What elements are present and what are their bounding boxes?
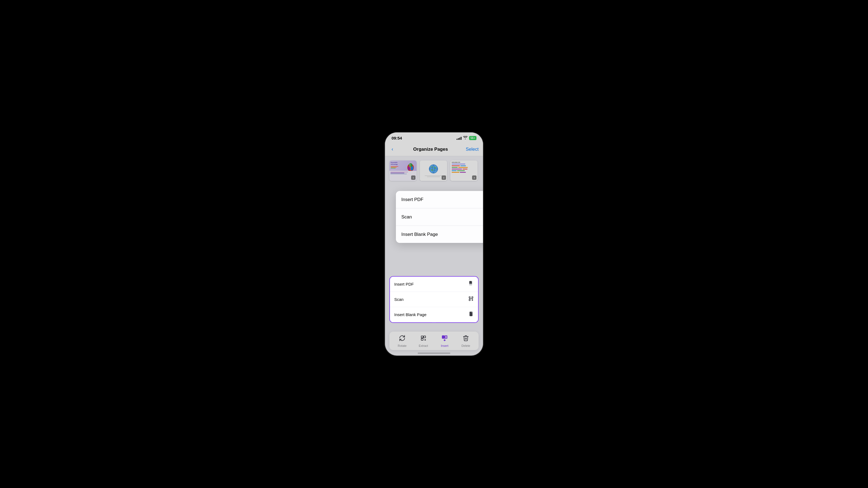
- svg-rect-23: [469, 297, 470, 298]
- popup-insert-pdf-label: Insert PDF: [394, 282, 414, 286]
- popup-insert-blank-label: Insert Blank Page: [394, 312, 426, 317]
- dropdown-insert-blank-large-label: Insert Blank Page: [401, 232, 438, 237]
- popup-scan[interactable]: Scan: [390, 292, 478, 307]
- dropdown-insert-pdf-large-label: Insert PDF: [401, 197, 424, 202]
- popup-insert-pdf[interactable]: Insert PDF: [390, 276, 478, 292]
- popup-scan-icon: [468, 296, 474, 303]
- popup-insert-pdf-icon: [468, 281, 474, 288]
- popup-arrow-inner: [432, 322, 436, 323]
- dropdown-scan-large[interactable]: Scan: [396, 208, 483, 226]
- dropdown-insert-pdf-large[interactable]: Insert PDF: [396, 191, 483, 208]
- dropdown-menu-large: Insert PDF Scan Insert Blank Page: [396, 191, 483, 243]
- svg-rect-27: [472, 299, 473, 301]
- popup-insert-blank-icon: [468, 311, 474, 318]
- popup-insert-blank[interactable]: Insert Blank Page: [390, 307, 478, 322]
- phone-frame: 09:54 56+ ‹ Organize Pages Select: [385, 132, 483, 356]
- popup-arrow: [431, 322, 437, 323]
- svg-rect-22: [469, 284, 472, 285]
- dropdown-scan-large-label: Scan: [401, 214, 412, 220]
- svg-rect-24: [472, 297, 473, 298]
- dropdown-insert-blank-large[interactable]: Insert Blank Page: [396, 226, 483, 243]
- bottom-popup-menu: Insert PDF Scan Insert Blank Page: [390, 276, 478, 323]
- svg-rect-25: [469, 299, 470, 301]
- popup-scan-label: Scan: [394, 297, 404, 302]
